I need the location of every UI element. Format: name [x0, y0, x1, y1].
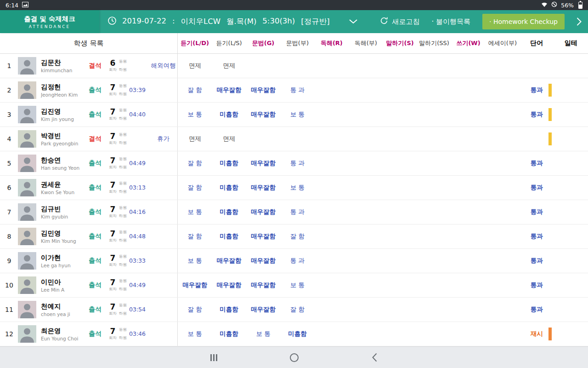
attendance-status[interactable]: 출석 [89, 281, 107, 289]
session-selector[interactable]: 2019-07-22:이치우LCW월.목(M)5:30(3h)[정규반] [107, 16, 357, 27]
student-row[interactable]: 2김정헌JeongHeon Kim출석7회차등원하원03:39잘 함매우잘함매우… [0, 78, 588, 103]
refresh-button[interactable]: 새로고침 [380, 17, 419, 27]
grade-cell[interactable]: 미흡함 [212, 208, 246, 216]
grade-cell[interactable]: 매우잘함 [246, 159, 280, 167]
student-photo[interactable] [18, 57, 36, 75]
column-header[interactable]: 쓰기(W) [451, 39, 485, 47]
noncompliance-list-button[interactable]: · 불이행목록 [431, 17, 470, 26]
grade-cell[interactable]: 면제 [212, 135, 246, 143]
student-row[interactable]: 10이민아Lee Min A출석7회차등원하원04:49매우잘함매우잘함매우잘함… [0, 273, 588, 298]
grade-cell[interactable]: 잘 함 [178, 86, 212, 94]
attendance-status[interactable]: 출석 [89, 110, 107, 119]
student-photo[interactable] [18, 228, 36, 245]
grade-cell[interactable]: 통 과 [280, 257, 314, 265]
home-button[interactable] [285, 351, 303, 364]
column-header[interactable]: 듣기(L/D) [178, 39, 212, 47]
grade-cell[interactable]: 잘 함 [178, 184, 212, 192]
grade-cell[interactable]: 매우잘함 [246, 184, 280, 192]
grade-cell[interactable]: 매우잘함 [246, 110, 280, 119]
grade-cell[interactable]: 면제 [178, 62, 212, 70]
next-page-arrow[interactable] [577, 17, 582, 26]
column-header[interactable]: 말하기(SS) [417, 39, 451, 47]
grade-cell[interactable]: 매우잘함 [212, 86, 246, 94]
back-button[interactable] [365, 351, 384, 364]
attendance-status[interactable]: 출석 [89, 305, 107, 314]
grade-cell[interactable]: 보 통 [178, 257, 212, 265]
grade-cell[interactable]: 미흡함 [212, 305, 246, 314]
student-photo[interactable] [18, 155, 36, 172]
grade-cell[interactable]: 매우잘함 [246, 257, 280, 265]
student-row[interactable]: 7김규빈Kim gyubin출석7회차등원하원04:16보 통미흡함매우잘함통 … [0, 200, 588, 224]
vocab-result-cell[interactable]: 통과 [520, 151, 554, 175]
vocab-result-cell[interactable]: 통과 [520, 273, 554, 297]
student-photo[interactable] [18, 106, 36, 123]
grade-cell[interactable]: 미흡함 [280, 330, 314, 338]
grade-cell[interactable]: 보 통 [280, 184, 314, 192]
vocab-result-cell[interactable]: 통과 [520, 200, 554, 224]
column-header[interactable]: 말하기(S) [383, 39, 417, 47]
column-header[interactable]: 단어 [520, 39, 554, 47]
student-photo[interactable] [18, 130, 36, 148]
grade-cell[interactable]: 통 과 [280, 208, 314, 216]
student-row[interactable]: 4박경빈Park gyeongbin결석7회차등원하원휴가면제면제 [0, 127, 588, 151]
vocab-result-cell[interactable]: 통과 [520, 103, 554, 126]
grade-cell[interactable]: 잘 함 [178, 305, 212, 314]
grade-cell[interactable]: 보 통 [246, 330, 280, 338]
attendance-status[interactable]: 출석 [89, 184, 107, 192]
grade-cell[interactable]: 통 과 [280, 86, 314, 94]
grade-cell[interactable]: 매우잘함 [246, 305, 280, 314]
grade-cell[interactable]: 매우잘함 [246, 86, 280, 94]
student-row[interactable]: 6권세윤Kwon Se Youn출석7회차등원하원03:13잘 함미흡함매우잘함… [0, 176, 588, 200]
grade-cell[interactable]: 매우잘함 [212, 257, 246, 265]
grade-cell[interactable]: 잘 함 [280, 305, 314, 314]
student-row[interactable]: 8김민영Kim Min Young출석7회차등원하원04:48잘 함미흡함매우잘… [0, 224, 588, 249]
column-header[interactable]: 독해(R) [315, 39, 349, 47]
vocab-result-cell[interactable]: 통과 [520, 298, 554, 322]
grade-cell[interactable]: 매우잘함 [246, 232, 280, 241]
attendance-status[interactable]: 출석 [89, 232, 107, 241]
grade-cell[interactable]: 매우잘함 [246, 208, 280, 216]
grade-cell[interactable]: 보 통 [280, 281, 314, 289]
grade-cell[interactable]: 면제 [178, 135, 212, 143]
vocab-result-cell[interactable]: 재시 [520, 322, 554, 346]
grade-cell[interactable]: 매우잘함 [212, 281, 246, 289]
student-row[interactable]: 3김진영Kim jin young출석7회차등원하원04:40보 통미흡함매우잘… [0, 103, 588, 127]
grade-cell[interactable]: 잘 함 [280, 232, 314, 241]
grade-cell[interactable]: 미흡함 [212, 159, 246, 167]
chevron-down-icon[interactable] [349, 19, 357, 24]
column-header[interactable]: 듣기(L/S) [212, 39, 246, 47]
grade-cell[interactable]: 통 과 [280, 159, 314, 167]
student-row[interactable]: 5한승연Han seung Yeon출석7회차등원하원04:49잘 함미흡함매우… [0, 151, 588, 176]
attendance-status[interactable]: 출석 [89, 208, 107, 216]
vocab-result-cell[interactable] [520, 54, 554, 78]
attendance-status[interactable]: 출석 [89, 86, 107, 94]
grade-cell[interactable]: 미흡함 [212, 110, 246, 119]
grade-cell[interactable]: 보 통 [178, 208, 212, 216]
grade-cell[interactable]: 보 통 [280, 110, 314, 119]
grade-cell[interactable]: 매우잘함 [246, 281, 280, 289]
student-photo[interactable] [18, 203, 36, 221]
grade-cell[interactable]: 잘 함 [178, 232, 212, 241]
student-photo[interactable] [18, 252, 36, 270]
student-photo[interactable] [18, 179, 36, 196]
student-row[interactable]: 9이가현Lee ga hyun출석7회차등원하원03:33보 통매우잘함매우잘함… [0, 249, 588, 273]
grade-cell[interactable]: 보 통 [178, 110, 212, 119]
grade-cell[interactable]: 잘 함 [178, 159, 212, 167]
student-row[interactable]: 1김문찬kimmunchan결석6회차등원하원해외여행면제면제 [0, 54, 588, 78]
homework-checkup-button[interactable]: · Homework Checkup [482, 14, 565, 29]
attendance-status[interactable]: 출석 [89, 257, 107, 265]
grade-cell[interactable]: 보 통 [178, 330, 212, 338]
column-header[interactable]: 문법(G) [246, 39, 280, 47]
column-header[interactable]: 문법(부) [280, 39, 314, 47]
grade-cell[interactable]: 미흡함 [212, 184, 246, 192]
recents-button[interactable] [204, 351, 223, 364]
column-header[interactable]: 독해(부) [349, 39, 383, 47]
column-header[interactable]: 일테 [554, 39, 588, 47]
grade-cell[interactable]: 매우잘함 [178, 281, 212, 289]
vocab-result-cell[interactable]: 통과 [520, 78, 554, 102]
vocab-result-cell[interactable]: 통과 [520, 249, 554, 273]
student-photo[interactable] [18, 325, 36, 343]
attendance-status[interactable]: 결석 [89, 62, 107, 70]
attendance-status[interactable]: 출석 [89, 159, 107, 167]
vocab-result-cell[interactable]: 통과 [520, 176, 554, 200]
